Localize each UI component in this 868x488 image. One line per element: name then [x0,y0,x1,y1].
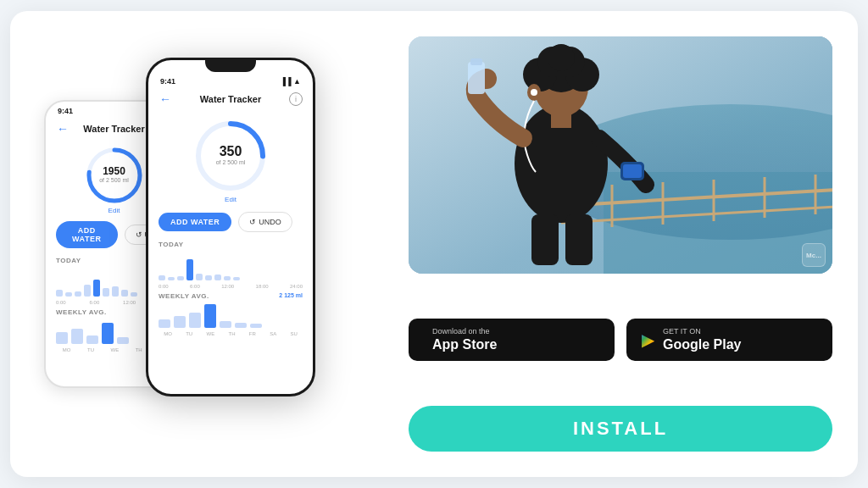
right-section: Mc... Download on the App Store ▶ GET IT… [409,28,832,460]
fg-header: ← Water Tracker i [148,87,313,111]
bar-6 [103,288,109,297]
bg-add-water-button[interactable]: ADD WATER [56,221,118,248]
bg-circle-progress: 1950 of 2 500 ml [85,146,144,205]
fg-circle-container: 350 of 2 500 ml Edit [148,111,313,207]
fg-week-bar-4 [204,304,216,328]
fg-week-bar-3 [189,313,201,328]
svg-rect-22 [551,111,571,128]
app-store-small-text: Download on the [432,327,497,336]
phones-section: 9:41 ▐▐ ▲ ← Water Tracker 1950 of 2 500 … [36,28,392,460]
bg-undo-icon: ↺ [136,230,142,239]
main-container: 9:41 ▐▐ ▲ ← Water Tracker 1950 of 2 500 … [10,11,858,477]
fg-weekly-value: 2 125 ml [279,292,303,298]
app-store-big-text: App Store [432,336,497,352]
fg-water-amount: 350 [216,145,246,158]
svg-rect-26 [468,62,485,94]
fg-weekly-header: WEEKLY AVG. 2 125 ml [148,289,313,302]
fg-week-bar-5 [220,321,231,328]
bg-edit-link[interactable]: Edit [108,207,120,214]
fg-back-arrow[interactable]: ← [159,92,172,106]
fg-btn-row: ADD WATER ↺ UNDO [148,207,313,237]
fg-circle-progress: 350 of 2 500 ml [192,118,269,194]
google-play-text: GET IT ON Google Play [663,327,741,352]
svg-rect-27 [470,58,482,65]
fg-add-water-button[interactable]: ADD WATER [159,213,231,231]
google-play-big-text: Google Play [663,336,741,352]
fg-undo-icon: ↺ [249,218,256,226]
fg-bar-5 [196,274,203,280]
fg-bar-3 [177,276,184,280]
install-button[interactable]: INSTALL [409,406,832,452]
svg-rect-29 [623,164,642,178]
fg-notch [205,60,256,72]
fg-week-bar-1 [159,319,170,328]
svg-rect-31 [565,214,593,265]
fg-water-sub: of 2 500 ml [216,158,246,167]
bar-7 [112,286,119,297]
person-image: Mc... [409,36,832,274]
week-bar-2 [71,329,83,344]
fg-undo-label: UNDO [259,218,281,226]
google-play-small-text: GET IT ON [663,327,741,336]
fg-bar-1 [159,275,165,280]
fg-weekly-label: WEEKLY AVG. [159,289,209,302]
google-play-icon: ▶ [642,331,654,348]
store-buttons-row: Download on the App Store ▶ GET IT ON Go… [409,319,832,361]
bg-water-amount: 1950 [99,166,129,176]
fg-bar-chart [148,250,313,284]
google-play-button[interactable]: ▶ GET IT ON Google Play [626,319,832,361]
app-store-text: Download on the App Store [432,327,497,352]
bg-circle-text: 1950 of 2 500 ml [99,166,129,185]
bar-9 [131,292,137,297]
bar-1 [56,290,63,297]
mac-badge-label: Mc... [806,252,821,259]
fg-edit-link[interactable]: Edit [225,196,236,203]
bg-back-arrow[interactable]: ← [56,122,70,136]
svg-point-24 [531,89,537,96]
phone-foreground: 9:41 ▐▐ ▲ ← Water Tracker i 350 of 2 500… [146,58,315,396]
fg-time: 9:41 [160,77,175,86]
fg-circle-text: 350 of 2 500 ml [216,145,246,167]
week-bar-5 [117,337,129,344]
fg-info-icon[interactable]: i [289,92,303,106]
week-bar-3 [86,336,98,344]
svg-rect-30 [531,214,559,265]
mac-badge: Mc... [802,243,826,267]
fg-week-bar-6 [235,323,247,328]
fg-weekly-chart [148,302,313,331]
fg-status-bar: 9:41 ▐▐ ▲ [148,72,313,87]
fg-bar-9 [233,277,240,280]
fg-icons: ▐▐ ▲ [281,77,301,86]
bg-water-sub: of 2 500 ml [99,176,129,185]
fg-undo-button[interactable]: ↺ UNDO [238,212,292,232]
svg-point-21 [548,44,575,71]
bg-time: 9:41 [58,107,73,115]
fg-bar-6 [205,275,212,280]
bar-2 [65,292,72,297]
fg-bar-8 [224,276,231,280]
fg-bar-7 [214,274,221,280]
week-bar-4 [102,323,114,344]
fg-week-labels: MO TU WE TH FR SA SU [148,331,313,336]
app-store-button[interactable]: Download on the App Store [409,319,615,361]
week-bar-1 [56,332,68,344]
bar-3 [75,291,81,297]
fg-bar-4 [186,259,193,280]
fg-header-title: Water Tracker [172,94,289,104]
fg-today-label: TODAY [148,237,313,250]
bar-4 [84,285,91,297]
person-svg [409,36,832,274]
fg-bar-2 [168,277,175,280]
fg-week-bar-7 [250,324,262,328]
bar-5 [93,280,100,297]
fg-week-bar-2 [174,316,186,328]
bar-8 [121,290,128,297]
